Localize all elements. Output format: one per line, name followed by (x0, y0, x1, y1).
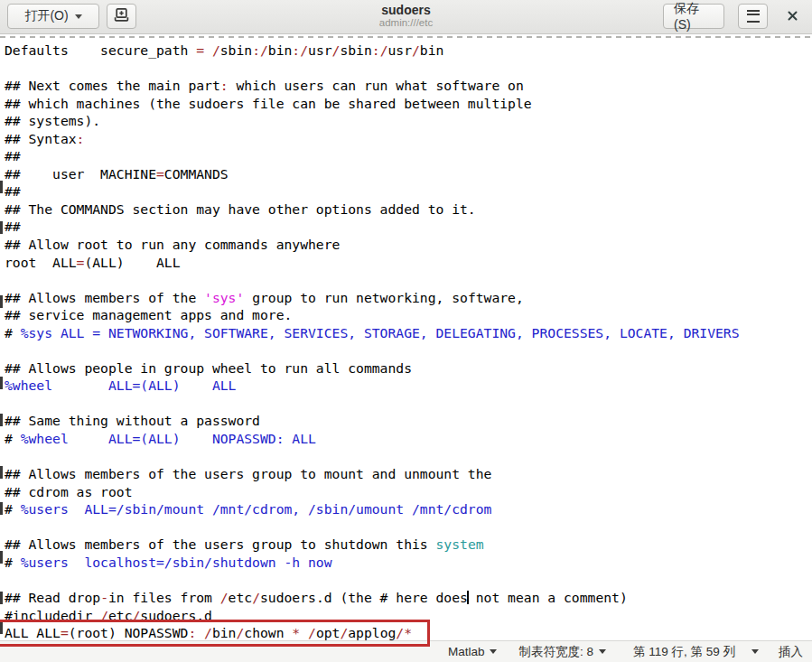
code-line[interactable]: ## Read drop-in files from /etc/sudoers.… (5, 589, 812, 607)
text-editor-window: 打开(O) sudoers admin:///etc 保存(S) (0, 0, 812, 662)
code-line[interactable]: ## Allow root to run any commands anywhe… (5, 236, 812, 254)
code-line[interactable]: ## which machines (the sudoers file can … (5, 95, 812, 113)
code-line[interactable]: ## Allows members of the users group to … (5, 536, 812, 554)
code-line[interactable]: # %users localhost=/sbin/shutdown -h now (5, 554, 812, 572)
new-tab-button[interactable] (107, 4, 136, 29)
code-line[interactable]: ## (5, 147, 812, 165)
left-edge-mark (0, 414, 3, 426)
left-edge-mark (0, 377, 3, 389)
code-line[interactable] (5, 395, 812, 413)
hamburger-menu-icon (747, 10, 760, 23)
code-line[interactable] (5, 571, 812, 589)
code-line[interactable]: %wheel ALL=(ALL) ALL (5, 377, 812, 395)
left-edge-mark (0, 551, 3, 564)
open-button-label: 打开(O) (24, 8, 68, 24)
insert-mode-indicator: 插入 (779, 644, 803, 660)
document-location: admin:///etc (271, 17, 541, 29)
save-button-label: 保存(S) (674, 1, 714, 32)
code-line[interactable]: ## Allows people in group wheel to run a… (5, 359, 812, 378)
code-line[interactable]: ## cdrom as root (5, 483, 812, 501)
chevron-down-icon (599, 649, 606, 654)
save-button[interactable]: 保存(S) (663, 4, 724, 29)
header-bar: 打开(O) sudoers admin:///etc 保存(S) (0, 0, 812, 34)
code-line[interactable]: # %users ALL=/sbin/mount /mnt/cdrom, /sb… (5, 500, 812, 518)
left-edge-mark (0, 466, 3, 479)
code-line[interactable]: ## The COMMANDS section may have other o… (5, 200, 812, 219)
editor-content[interactable]: Defaults secure_path = /sbin:/bin:/usr/s… (5, 42, 812, 641)
left-edge-mark (0, 181, 3, 193)
code-line[interactable]: ## Syntax: (5, 130, 812, 148)
left-edge-mark (0, 502, 3, 515)
code-line[interactable]: ## service management apps and more. (5, 306, 812, 324)
tab-new-icon (114, 7, 129, 25)
menu-button[interactable] (738, 4, 768, 29)
tab-width-label: 制表符宽度: 8 (518, 644, 593, 660)
close-button[interactable] (780, 5, 804, 29)
left-edge-mark (0, 621, 3, 634)
tab-width-dropdown[interactable]: 制表符宽度: 8 (518, 644, 606, 660)
language-mode-dropdown[interactable]: Matlab (448, 645, 498, 658)
chevron-down-icon (75, 14, 82, 19)
code-line[interactable]: ## systems). (5, 112, 812, 130)
code-line[interactable] (5, 341, 812, 359)
chevron-down-icon (751, 649, 759, 654)
code-line[interactable]: ALL ALL=(root) NOPASSWD: /bin/chown * /o… (5, 624, 812, 641)
code-line[interactable]: ## (5, 182, 812, 200)
code-line[interactable]: Defaults secure_path = /sbin:/bin:/usr/s… (5, 42, 812, 60)
code-line[interactable]: ## Allows members of the 'sys' group to … (5, 289, 812, 307)
code-line[interactable]: ## Allows members of the users group to … (5, 465, 812, 483)
open-button[interactable]: 打开(O) (7, 4, 99, 29)
cursor-position-dropdown[interactable] (751, 649, 759, 654)
code-line[interactable] (5, 448, 812, 466)
code-line[interactable]: ## Same thing without a password (5, 412, 812, 430)
status-bar: Matlab 制表符宽度: 8 第 119 行, 第 59 列 插入 (0, 640, 812, 662)
code-line[interactable]: ## Next comes the main part: which users… (5, 77, 812, 95)
cursor-position-label: 第 119 行, 第 59 列 (633, 644, 735, 660)
left-edge-mark (0, 295, 3, 308)
code-line[interactable] (5, 271, 812, 289)
close-icon (787, 9, 798, 25)
top-dashed-separator (0, 36, 812, 38)
code-line[interactable]: ## user MACHINE=COMMANDS (5, 165, 812, 183)
code-line[interactable]: #includedir /etc/sudoers.d (5, 607, 812, 625)
code-line[interactable] (5, 518, 812, 536)
window-title-area: sudoers admin:///etc (271, 3, 541, 29)
code-line[interactable]: # %sys ALL = NETWORKING, SOFTWARE, SERVI… (5, 324, 812, 342)
language-mode-label: Matlab (448, 645, 485, 658)
chevron-down-icon (490, 649, 497, 654)
left-edge-mark (0, 221, 3, 234)
document-title: sudoers (271, 3, 541, 17)
code-line[interactable]: # %wheel ALL=(ALL) NOPASSWD: ALL (5, 430, 812, 448)
code-line[interactable] (5, 60, 812, 78)
code-line[interactable]: root ALL=(ALL) ALL (5, 254, 812, 272)
left-edge-mark (0, 592, 3, 604)
code-line[interactable]: ## (5, 218, 812, 236)
text-editing-area[interactable]: Defaults secure_path = /sbin:/bin:/usr/s… (0, 34, 812, 641)
